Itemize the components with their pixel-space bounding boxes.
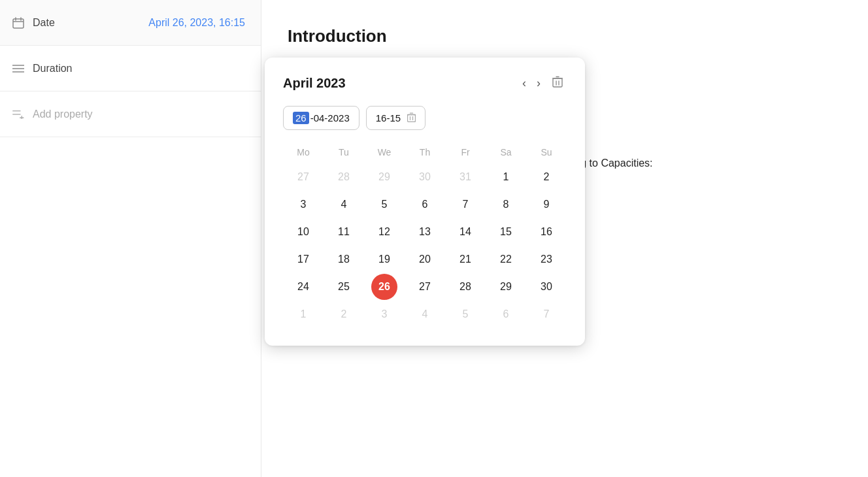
cal-day[interactable]: 8 [493, 191, 519, 218]
weekday-sa: Sa [486, 144, 526, 160]
cal-day[interactable]: 14 [452, 219, 478, 245]
cal-day[interactable]: 29 [371, 164, 397, 190]
cal-day[interactable]: 3 [290, 191, 316, 218]
calendar-icon [10, 15, 26, 31]
cal-day[interactable]: 11 [331, 219, 357, 245]
cal-day[interactable]: 16 [533, 219, 559, 245]
cal-day[interactable]: 10 [290, 219, 316, 245]
cal-day[interactable]: 2 [331, 301, 357, 327]
cal-day[interactable]: 13 [412, 219, 438, 245]
cal-day[interactable]: 15 [493, 219, 519, 245]
add-property-icon [10, 107, 26, 122]
page-wrapper: Date April 26, 2023, 16:15 Duration [0, 0, 868, 477]
datetime-inputs: 26 -04-2023 16-15 [283, 106, 567, 130]
calendar-grid: Mo Tu We Th Fr Sa Su 27 28 29 30 31 1 2 … [283, 144, 567, 327]
cal-day[interactable]: 29 [493, 274, 519, 300]
weekday-we: We [364, 144, 405, 160]
cal-day[interactable]: 21 [452, 246, 478, 272]
cal-day[interactable]: 6 [493, 301, 519, 327]
cal-day[interactable]: 17 [290, 246, 316, 272]
intro-heading: Introduction [288, 26, 842, 46]
weekday-fr: Fr [445, 144, 486, 160]
cal-day[interactable]: 3 [371, 301, 397, 327]
day-highlight: 26 [293, 112, 309, 124]
calendar-popup: April 2023 ‹ › 26 -04-2023 16-15 [265, 58, 585, 346]
date-property-row[interactable]: Date April 26, 2023, 16:15 [0, 0, 261, 46]
cal-day[interactable]: 9 [533, 191, 559, 218]
cal-day[interactable]: 28 [452, 274, 478, 300]
cal-day[interactable]: 1 [290, 301, 316, 327]
cal-day[interactable]: 19 [371, 246, 397, 272]
date-input[interactable]: 26 -04-2023 [283, 106, 359, 130]
cal-day[interactable]: 5 [371, 191, 397, 218]
weekday-headers: Mo Tu We Th Fr Sa Su [283, 144, 567, 160]
svg-rect-16 [408, 114, 416, 122]
add-property-label: Add property [33, 108, 93, 120]
weekday-su: Su [526, 144, 567, 160]
cal-day[interactable]: 12 [371, 219, 397, 245]
cal-day[interactable]: 22 [493, 246, 519, 272]
cal-day[interactable]: 5 [452, 301, 478, 327]
cal-day[interactable]: 1 [493, 164, 519, 190]
svg-rect-0 [13, 19, 24, 28]
time-delete-button[interactable] [407, 112, 416, 124]
duration-property-row[interactable]: Duration [0, 46, 261, 91]
calendar-month-title: April 2023 [283, 76, 517, 91]
date-rest: -04-2023 [310, 112, 350, 123]
calendar-header: April 2023 ‹ › [283, 73, 567, 93]
prev-month-button[interactable]: ‹ [517, 74, 531, 93]
cal-day[interactable]: 7 [533, 301, 559, 327]
weekday-th: Th [405, 144, 445, 160]
duration-icon [10, 61, 26, 76]
cal-day[interactable]: 4 [331, 191, 357, 218]
cal-day[interactable]: 20 [412, 246, 438, 272]
cal-day[interactable]: 6 [412, 191, 438, 218]
cal-day[interactable]: 2 [533, 164, 559, 190]
cal-day[interactable]: 30 [533, 274, 559, 300]
date-label: Date [33, 17, 55, 29]
cal-day[interactable]: 28 [331, 164, 357, 190]
cal-day[interactable]: 4 [412, 301, 438, 327]
properties-panel: Date April 26, 2023, 16:15 Duration [0, 0, 261, 477]
add-property-row[interactable]: Add property [0, 91, 261, 137]
calendar-delete-button[interactable] [548, 73, 567, 93]
cal-day-selected[interactable]: 26 [371, 274, 397, 300]
cal-day[interactable]: 18 [331, 246, 357, 272]
time-value: 16-15 [376, 112, 401, 123]
cal-day[interactable]: 24 [290, 274, 316, 300]
cal-day[interactable]: 23 [533, 246, 559, 272]
weekday-tu: Tu [324, 144, 364, 160]
calendar-days: 27 28 29 30 31 1 2 3 4 5 6 7 8 9 10 11 1… [283, 164, 567, 327]
weekday-mo: Mo [283, 144, 324, 160]
cal-day[interactable]: 30 [412, 164, 438, 190]
duration-label: Duration [33, 63, 72, 74]
cal-day[interactable]: 25 [331, 274, 357, 300]
cal-day[interactable]: 7 [452, 191, 478, 218]
date-value: April 26, 2023, 16:15 [148, 17, 250, 29]
cal-day[interactable]: 27 [412, 274, 438, 300]
next-month-button[interactable]: › [531, 74, 546, 93]
cal-day[interactable]: 31 [452, 164, 478, 190]
svg-rect-11 [553, 78, 562, 87]
time-input[interactable]: 16-15 [366, 106, 426, 130]
cal-day[interactable]: 27 [290, 164, 316, 190]
